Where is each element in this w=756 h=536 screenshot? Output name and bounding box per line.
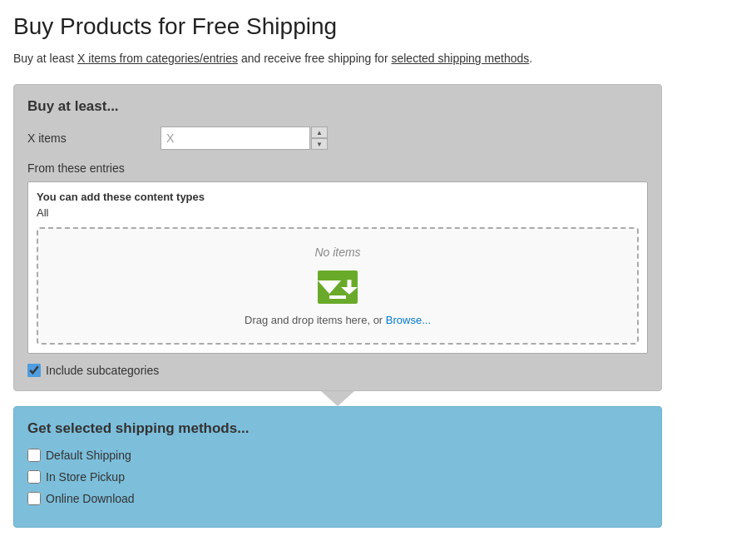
- page-title: Buy Products for Free Shipping: [13, 13, 743, 40]
- buy-panel: Buy at least... X items ▲ ▼ From these e…: [13, 84, 662, 391]
- drop-text: Drag and drop items here, or Browse...: [245, 314, 431, 326]
- x-items-input[interactable]: [161, 127, 310, 150]
- shipping-option-row-1: In Store Pickup: [27, 470, 648, 484]
- online-download-checkbox[interactable]: [27, 492, 41, 505]
- content-types-box: You can add these content types All No i…: [27, 181, 648, 354]
- triangle-connector: [321, 391, 354, 406]
- spinner-down-button[interactable]: ▼: [311, 138, 328, 150]
- in-store-pickup-label: In Store Pickup: [46, 470, 125, 484]
- from-entries-label: From these entries: [27, 161, 648, 175]
- shipping-section-title: Get selected shipping methods...: [27, 420, 648, 437]
- content-types-value: All: [37, 206, 639, 219]
- in-store-pickup-checkbox[interactable]: [27, 470, 41, 484]
- content-types-header: You can add these content types: [37, 191, 639, 203]
- spinner-up-button[interactable]: ▲: [311, 127, 328, 138]
- svg-rect-0: [348, 280, 352, 287]
- default-shipping-checkbox[interactable]: [27, 449, 41, 462]
- categories-link[interactable]: X items from categories/entries: [77, 52, 238, 65]
- download-arrow-svg: [341, 275, 358, 299]
- download-icon: [318, 270, 358, 304]
- page-description: Buy at least X items from categories/ent…: [13, 50, 743, 67]
- include-subcategories-checkbox[interactable]: [27, 364, 41, 377]
- buy-section-title: Buy at least...: [27, 98, 648, 115]
- default-shipping-label: Default Shipping: [46, 449, 131, 462]
- x-items-input-wrap: ▲ ▼: [161, 127, 328, 150]
- no-items-text: No items: [314, 246, 360, 259]
- include-subcategories-row: Include subcategories: [27, 364, 648, 377]
- shipping-option-row-2: Online Download: [27, 492, 648, 505]
- svg-marker-1: [341, 287, 358, 295]
- include-subcategories-label: Include subcategories: [46, 364, 159, 377]
- desc-text-2: and receive free shipping for: [238, 52, 391, 65]
- x-items-spinner: ▲ ▼: [311, 127, 328, 150]
- online-download-label: Online Download: [46, 492, 135, 505]
- desc-text-1: Buy at least: [13, 52, 77, 65]
- desc-end: .: [529, 52, 532, 65]
- triangle-connector-wrap: [13, 391, 662, 406]
- x-items-row: X items ▲ ▼: [27, 127, 648, 150]
- drop-zone[interactable]: No items Drag and drop items here, or Br…: [37, 227, 639, 345]
- shipping-option-row-0: Default Shipping: [27, 449, 648, 462]
- browse-link[interactable]: Browse...: [386, 314, 431, 326]
- x-items-label: X items: [27, 132, 161, 145]
- shipping-methods-link[interactable]: selected shipping methods: [391, 52, 529, 65]
- drag-drop-label: Drag and drop items here, or: [245, 314, 386, 326]
- shipping-panel: Get selected shipping methods... Default…: [13, 406, 662, 528]
